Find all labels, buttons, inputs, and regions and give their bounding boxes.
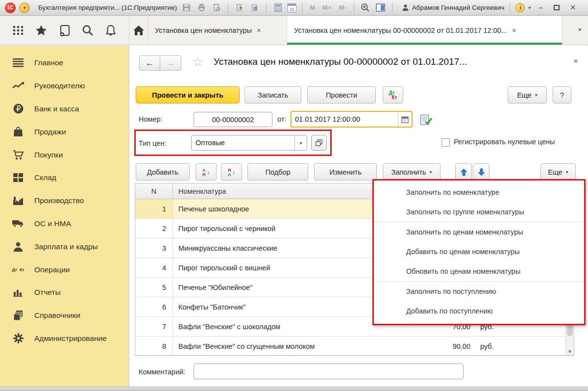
sort-az-icon: А Я bbox=[202, 168, 206, 177]
bag-icon bbox=[12, 127, 24, 137]
memory-add-button[interactable]: M+ bbox=[320, 4, 333, 11]
register-zero-label: Регистрировать нулевые цены bbox=[454, 136, 561, 148]
menu-item-fill-by-nomenclature[interactable]: Заполнить по номенклатуре bbox=[374, 182, 584, 202]
forward-button[interactable]: → bbox=[160, 55, 181, 71]
price-type-combo[interactable]: Оптовые ▾ bbox=[191, 135, 307, 151]
sidebar-item-manager[interactable]: Руководителю bbox=[0, 75, 129, 98]
print-icon[interactable] bbox=[196, 2, 207, 13]
menu-item-add-by-receipt[interactable]: Добавить по поступлению bbox=[374, 301, 584, 321]
person-icon bbox=[12, 242, 24, 252]
menu-item-fill-by-prices[interactable]: Заполнить по ценам номенклатуры bbox=[374, 222, 584, 242]
help-button[interactable]: ? bbox=[553, 86, 571, 104]
warehouse-icon bbox=[12, 173, 24, 182]
save-icon[interactable] bbox=[180, 2, 192, 13]
combo-dropdown-icon[interactable]: ▾ bbox=[294, 135, 307, 150]
app-window: 1С ▾ Бухгалтерия предприяти... (1С:Предп… bbox=[0, 0, 588, 391]
calculator-icon[interactable] bbox=[272, 2, 284, 13]
nav-history-buttons: ← → bbox=[139, 55, 181, 71]
change-button[interactable]: Изменить bbox=[314, 163, 377, 181]
fill-dropdown-menu: Заполнить по номенклатуре Заполнить по г… bbox=[372, 179, 586, 325]
sidebar-item-operations[interactable]: ДтКт Операции bbox=[0, 258, 129, 281]
chevron-down-icon: ▾ bbox=[535, 92, 538, 98]
tabs-overflow-icon[interactable]: ▾ bbox=[578, 26, 581, 33]
load-file-icon[interactable] bbox=[234, 2, 245, 13]
favorites-star-icon[interactable] bbox=[34, 23, 49, 38]
tab-close-icon[interactable]: × bbox=[257, 26, 261, 34]
open-price-type-button[interactable] bbox=[311, 135, 327, 151]
menu-item-update-by-prices[interactable]: Обновить по ценам номенклатуры bbox=[374, 261, 584, 281]
sidebar-item-main[interactable]: Главное bbox=[0, 52, 129, 75]
comment-field[interactable] bbox=[194, 364, 464, 379]
sidebar-item-os-nma[interactable]: ОС и НМА bbox=[0, 212, 129, 235]
memory-subtract-button[interactable]: M- bbox=[337, 4, 348, 11]
chevron-down-icon[interactable]: ▾ bbox=[528, 5, 531, 10]
close-form-icon[interactable]: × bbox=[573, 56, 578, 66]
comment-label: Комментарий: bbox=[139, 368, 185, 376]
split-panes-icon[interactable] bbox=[375, 2, 387, 13]
menu-item-fill-by-group[interactable]: Заполнить по группе номенклатуры bbox=[374, 202, 584, 222]
post-button[interactable]: Провести bbox=[307, 86, 376, 104]
sidebar-item-bank-cash[interactable]: Банк и касса bbox=[0, 98, 129, 121]
calendar-picker-icon[interactable] bbox=[398, 112, 412, 127]
table-more-button[interactable]: Еще▾ bbox=[540, 163, 576, 181]
sidebar-item-administration[interactable]: Администрирование bbox=[0, 327, 129, 350]
scrollbar-down-icon[interactable]: ▼ bbox=[566, 349, 574, 354]
maximize-button[interactable] bbox=[550, 2, 563, 13]
barchart-icon bbox=[12, 288, 24, 297]
quick-icons-panel bbox=[0, 16, 129, 45]
minimize-button[interactable]: − bbox=[534, 2, 547, 13]
sort-descending-button[interactable]: Я А ↓ bbox=[221, 163, 242, 181]
write-button[interactable]: Записать bbox=[245, 86, 301, 104]
send-file-icon[interactable] bbox=[249, 2, 261, 13]
title-bar: 1С ▾ Бухгалтерия предприяти... (1С:Предп… bbox=[0, 0, 588, 16]
titlebar-separator bbox=[228, 3, 228, 13]
sidebar-item-production[interactable]: Производство bbox=[0, 189, 129, 212]
add-row-button[interactable]: Добавить bbox=[136, 163, 190, 181]
zoom-icon[interactable] bbox=[360, 2, 371, 13]
move-down-button[interactable] bbox=[473, 163, 490, 181]
dtkt-icon: Дт Кт bbox=[389, 91, 397, 100]
pick-button[interactable]: Подбор bbox=[247, 163, 308, 181]
gear-icon bbox=[12, 333, 24, 343]
close-window-button[interactable]: × bbox=[566, 2, 579, 13]
history-icon[interactable] bbox=[57, 23, 72, 38]
date-label: от: bbox=[277, 115, 286, 123]
main-menu-button[interactable]: ▾ bbox=[19, 2, 30, 13]
post-and-close-button[interactable]: Провести и закрыть bbox=[136, 86, 240, 104]
favorite-star-icon[interactable]: ☆ bbox=[192, 54, 203, 70]
current-user[interactable]: Абрамов Геннадий Сергеевич bbox=[402, 4, 505, 11]
sidebar-item-warehouse[interactable]: Склад bbox=[0, 166, 129, 189]
column-header-n[interactable]: N bbox=[135, 183, 173, 199]
sidebar-item-sales[interactable]: Продажи bbox=[0, 120, 129, 143]
print-preview-icon[interactable] bbox=[211, 2, 222, 13]
tab-price-setting-list[interactable]: Установка цен номенклатуры × bbox=[148, 16, 287, 45]
table-row[interactable]: 8 Вафли "Венские" со сгущенным молоком 9… bbox=[135, 337, 574, 356]
info-icon[interactable]: i bbox=[515, 3, 525, 12]
more-actions-button[interactable]: Еще▾ bbox=[508, 86, 547, 104]
sidebar-item-salary-hr[interactable]: Зарплата и кадры bbox=[0, 235, 129, 258]
fill-button[interactable]: Заполнить▾ bbox=[383, 163, 441, 181]
notifications-bell-icon[interactable] bbox=[103, 23, 118, 38]
date-field[interactable]: 01.01.2017 12:00:00 bbox=[291, 111, 413, 128]
trend-icon bbox=[12, 82, 24, 90]
tab-close-icon[interactable]: × bbox=[512, 26, 516, 34]
back-button[interactable]: ← bbox=[139, 55, 160, 71]
menu-item-fill-by-receipt[interactable]: Заполнить по поступлению bbox=[374, 282, 584, 301]
apps-grid-icon[interactable] bbox=[11, 23, 25, 38]
titlebar-separator bbox=[266, 3, 267, 13]
menu-item-add-by-prices[interactable]: Добавить по ценам номенклатуры bbox=[374, 242, 584, 261]
sidebar-item-purchases[interactable]: Покупки bbox=[0, 143, 129, 166]
number-field[interactable]: 00-00000002 bbox=[194, 112, 272, 127]
sidebar-item-directories[interactable]: Справочники bbox=[0, 304, 129, 327]
sidebar-item-reports[interactable]: Отчеты bbox=[0, 281, 129, 304]
show-postings-button[interactable]: Дт Кт bbox=[383, 86, 403, 104]
home-tab-button[interactable] bbox=[130, 16, 148, 45]
sort-ascending-button[interactable]: А Я ↓ bbox=[196, 163, 217, 181]
window-title: Бухгалтерия предприяти... (1С:Предприяти… bbox=[38, 4, 177, 11]
move-up-button[interactable] bbox=[455, 163, 472, 181]
calendar-icon[interactable]: 31 bbox=[287, 3, 296, 12]
search-icon[interactable] bbox=[80, 23, 95, 38]
tab-price-setting-document[interactable]: Установка цен номенклатуры 00-00000002 о… bbox=[287, 16, 563, 45]
register-zero-checkbox[interactable] bbox=[441, 138, 450, 147]
memory-recall-button[interactable]: M bbox=[308, 4, 317, 11]
